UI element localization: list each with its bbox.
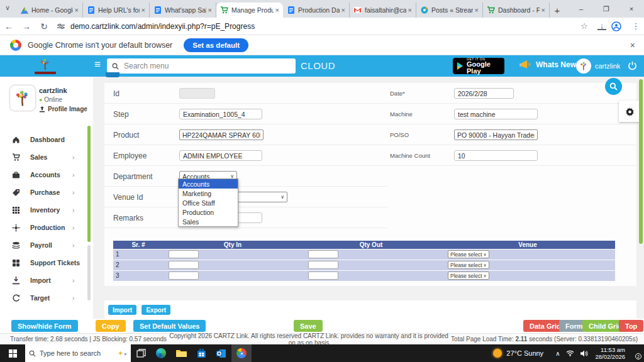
sidebar-scrollbar-track[interactable] bbox=[87, 245, 91, 300]
sidebar-item-payroll[interactable]: Payroll › bbox=[0, 236, 90, 254]
new-tab-button[interactable]: + bbox=[550, 3, 565, 18]
main-scrollbar-thumb[interactable] bbox=[639, 79, 643, 244]
file-explorer-icon[interactable] bbox=[171, 344, 191, 362]
tab-help-urls[interactable]: Help URL's for ERP × bbox=[83, 3, 150, 18]
banner-close-icon[interactable]: × bbox=[630, 40, 635, 50]
po-so-select[interactable]: PO 90008 - Hayyan Traders - Karachi - bbox=[454, 129, 538, 140]
site-info-icon[interactable] bbox=[57, 23, 65, 30]
tab-label: Production Data E bbox=[298, 6, 340, 14]
google-play-badge[interactable]: GET IT ONGoogle Play bbox=[453, 58, 504, 74]
machine-field[interactable] bbox=[454, 109, 538, 119]
top-button[interactable]: Top bbox=[619, 320, 643, 332]
sidebar-item-import[interactable]: Import › bbox=[0, 272, 90, 289]
bookmark-star-icon[interactable]: ☆ bbox=[576, 21, 592, 31]
taskbar-clock[interactable]: 11:53 am28/02/2026 bbox=[595, 346, 625, 360]
date-field[interactable] bbox=[454, 88, 514, 99]
venue-select[interactable]: Please select∨ bbox=[448, 261, 489, 269]
tab-close-icon[interactable]: × bbox=[475, 6, 479, 14]
machine-count-field[interactable] bbox=[454, 150, 538, 161]
taskbar-search-box[interactable]: Type here to search ✦✦ bbox=[25, 344, 131, 362]
tab-gmail[interactable]: faisaltahir@cartzli × bbox=[350, 3, 416, 18]
sidebar-item-target[interactable]: Target › bbox=[0, 289, 90, 307]
logout-power-icon[interactable] bbox=[628, 61, 637, 70]
tab-close-icon[interactable]: × bbox=[142, 6, 145, 14]
sidebar-item-support-tickets[interactable]: Support Tickets bbox=[0, 254, 90, 272]
step-field[interactable] bbox=[179, 109, 262, 119]
search-fab-button[interactable] bbox=[605, 78, 622, 95]
show-hide-form-button[interactable]: Show/hide Form bbox=[11, 320, 78, 332]
tab-close-icon[interactable]: × bbox=[275, 6, 279, 14]
sidebar-item-production[interactable]: Production › bbox=[0, 219, 90, 236]
reload-icon[interactable]: ↻ bbox=[35, 21, 53, 31]
download-icon[interactable]: ↓ bbox=[597, 23, 606, 30]
dropdown-option-production[interactable]: Production bbox=[179, 207, 238, 217]
menu-search-box[interactable] bbox=[107, 58, 296, 74]
qty-in-input[interactable] bbox=[169, 250, 199, 258]
browser-menu-icon[interactable]: ⋮ bbox=[628, 21, 644, 31]
chrome-icon-active[interactable] bbox=[231, 344, 252, 362]
account-menu[interactable]: cartzlink bbox=[576, 58, 620, 74]
edge-icon[interactable] bbox=[151, 344, 171, 362]
qty-in-input[interactable] bbox=[169, 261, 199, 269]
qty-out-input[interactable] bbox=[308, 272, 338, 280]
wifi-icon[interactable] bbox=[566, 350, 574, 356]
export-button[interactable]: Export bbox=[142, 305, 170, 315]
sidebar-scrollbar-thumb[interactable] bbox=[87, 126, 91, 242]
tab-close-icon[interactable]: × bbox=[408, 6, 412, 14]
sidebar-item-inventory[interactable]: Inventory › bbox=[0, 201, 90, 219]
profile-avatar-icon[interactable] bbox=[611, 21, 628, 31]
tray-chevron-icon[interactable]: ∧ bbox=[555, 350, 560, 357]
qty-out-input[interactable] bbox=[308, 250, 338, 258]
settings-gear-button[interactable] bbox=[619, 101, 640, 122]
outlook-icon[interactable] bbox=[211, 344, 231, 362]
import-button[interactable]: Import bbox=[108, 305, 136, 315]
dropdown-option-marketing[interactable]: Marketing bbox=[179, 189, 238, 198]
venue-select[interactable]: Please select∨ bbox=[448, 272, 489, 280]
dropdown-option-accounts[interactable]: Accounts bbox=[179, 179, 238, 189]
qty-in-input[interactable] bbox=[169, 272, 199, 280]
employee-field[interactable] bbox=[179, 150, 262, 161]
tab-close-icon[interactable]: × bbox=[341, 6, 345, 14]
tab-search-icon[interactable]: ∨ bbox=[5, 4, 10, 12]
profile-image[interactable] bbox=[10, 85, 35, 111]
qty-out-input[interactable] bbox=[308, 261, 338, 269]
minimize-button[interactable]: – bbox=[569, 0, 594, 18]
sidebar-item-dashboard[interactable]: Dashboard bbox=[0, 131, 90, 148]
sidebar-item-sales[interactable]: Sales › bbox=[0, 148, 90, 166]
venue-select[interactable]: Please select∨ bbox=[448, 250, 489, 258]
tab-production-data[interactable]: Production Data E × bbox=[283, 3, 350, 18]
account-avatar bbox=[576, 58, 591, 74]
copy-button[interactable]: Copy bbox=[96, 320, 126, 332]
sidebar-item-accounts[interactable]: Accounts › bbox=[0, 166, 90, 184]
forward-icon[interactable]: → bbox=[18, 21, 35, 31]
sidebar-item-purchase[interactable]: Purchase › bbox=[0, 184, 90, 201]
menu-search-input[interactable] bbox=[124, 62, 296, 70]
dropdown-option-sales[interactable]: Sales bbox=[179, 217, 238, 226]
tab-close-icon[interactable]: × bbox=[541, 6, 545, 14]
tab-manage-production-active[interactable]: Manage Productio × bbox=[216, 3, 283, 18]
tab-close-icon[interactable]: × bbox=[208, 6, 212, 14]
tab-posts-streamline[interactable]: Posts « Streamline × bbox=[416, 3, 483, 18]
notification-center-icon[interactable]: 2 bbox=[629, 348, 640, 358]
tab-close-icon[interactable]: × bbox=[75, 6, 79, 14]
restore-button[interactable]: ❐ bbox=[594, 0, 619, 18]
task-view-button[interactable] bbox=[131, 344, 151, 362]
whats-new-button[interactable]: Whats New! bbox=[519, 59, 579, 70]
save-button[interactable]: Save bbox=[294, 320, 323, 332]
weather-text[interactable]: 27°C Sunny bbox=[506, 349, 543, 357]
set-default-values-button[interactable]: Set Default Values bbox=[133, 320, 206, 332]
url-text[interactable]: demo.cartzlink.com/admin/indexyii.php?r=… bbox=[70, 22, 576, 31]
tab-dashboard[interactable]: Dashboard - Pow × bbox=[483, 3, 550, 18]
hamburger-menu-icon[interactable]: ≡ bbox=[94, 58, 101, 71]
dropdown-option-office-staff[interactable]: Office Staff bbox=[179, 198, 238, 207]
close-window-button[interactable]: × bbox=[619, 0, 644, 18]
speaker-icon[interactable] bbox=[580, 350, 588, 357]
profile-image-upload[interactable]: Profile Image bbox=[39, 106, 87, 112]
tab-home-google-drive[interactable]: Home - Google D × bbox=[16, 3, 83, 18]
start-button[interactable] bbox=[0, 344, 25, 362]
set-as-default-button[interactable]: Set as default bbox=[184, 38, 248, 52]
product-select[interactable]: HP224QAMAR SPRAY 60ML - Dubai - bbox=[179, 129, 264, 140]
back-icon[interactable]: ← bbox=[0, 21, 18, 31]
microsoft-store-icon[interactable] bbox=[191, 344, 211, 362]
tab-whatsapp-sales[interactable]: What'sapp Sales N × bbox=[150, 3, 216, 18]
